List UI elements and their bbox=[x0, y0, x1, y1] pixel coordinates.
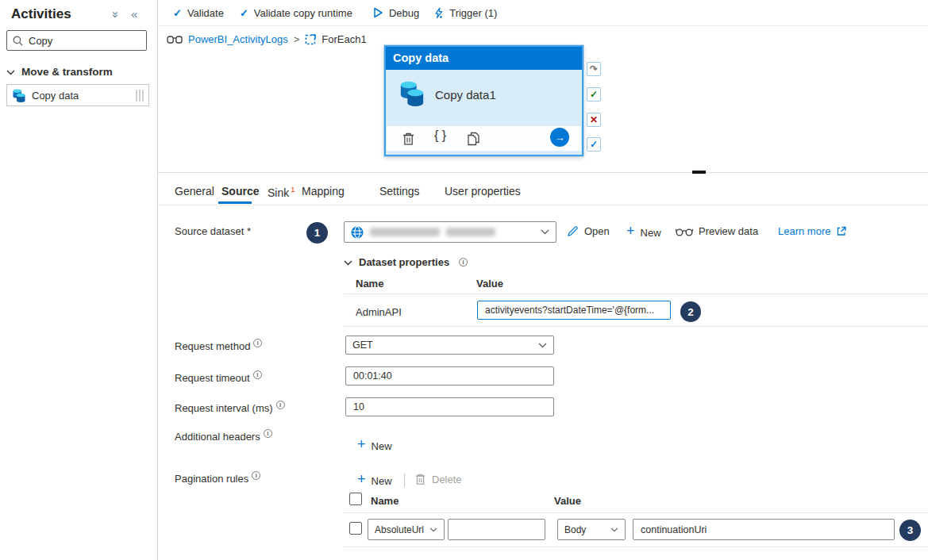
tab-user-properties[interactable]: User properties bbox=[445, 185, 521, 198]
chevron-down-icon bbox=[541, 229, 549, 235]
collapse-all-icon[interactable]: » bbox=[110, 11, 123, 17]
additional-headers-label: Additional headersi bbox=[175, 429, 272, 443]
step-badge-1: 1 bbox=[306, 222, 328, 244]
pencil-icon bbox=[567, 225, 579, 237]
debug-button[interactable]: Debug bbox=[373, 7, 419, 19]
check-icon: ✓ bbox=[173, 7, 182, 19]
chevron-down-icon bbox=[6, 64, 15, 79]
pagination-value-option: Body bbox=[564, 524, 586, 535]
play-icon bbox=[373, 7, 383, 18]
tab-source[interactable]: Source bbox=[221, 185, 259, 198]
dsprop-name-header: Name bbox=[356, 278, 383, 290]
rest-dataset-icon bbox=[351, 226, 364, 239]
request-timeout-label: Request timeouti bbox=[175, 370, 262, 384]
lightning-icon bbox=[433, 7, 444, 19]
source-dataset-dropdown[interactable] bbox=[344, 221, 556, 243]
tab-general[interactable]: General bbox=[175, 185, 214, 198]
code-braces-icon[interactable]: { } bbox=[434, 128, 446, 143]
search-input[interactable]: Copy bbox=[29, 35, 52, 47]
activity-name: Copy data1 bbox=[435, 88, 496, 102]
status-error[interactable]: ✕ bbox=[587, 113, 601, 127]
chevron-down-icon bbox=[429, 527, 437, 532]
request-interval-input[interactable] bbox=[345, 397, 554, 416]
dsprop-row-name: AdminAPI bbox=[356, 306, 402, 318]
pagination-new-button[interactable]: + New bbox=[357, 471, 392, 488]
learn-more-link[interactable]: Learn more bbox=[778, 225, 846, 237]
copy-data-activity-card[interactable]: Copy data Copy data1 { } → bbox=[384, 45, 583, 156]
status-success[interactable]: ✓ bbox=[587, 87, 601, 102]
request-timeout-input[interactable] bbox=[345, 366, 554, 385]
tab-mapping[interactable]: Mapping bbox=[302, 185, 345, 198]
pagination-name-value-input[interactable] bbox=[448, 519, 545, 540]
validate-copy-runtime-label: Validate copy runtime bbox=[254, 7, 352, 19]
request-method-value: GET bbox=[352, 339, 373, 351]
collapse-pane-icon[interactable]: « bbox=[131, 7, 137, 21]
sidebar-item-label: Copy data bbox=[32, 90, 134, 102]
sidebar-item-copy-data[interactable]: Copy data bbox=[6, 84, 149, 106]
pagination-value-dropdown[interactable]: Body bbox=[557, 519, 626, 540]
status-checked[interactable]: ✓ bbox=[587, 137, 601, 152]
chevron-down-icon bbox=[538, 343, 547, 348]
info-icon: i bbox=[253, 339, 262, 347]
open-dataset-button[interactable]: Open bbox=[567, 225, 610, 237]
pipeline-toolbar: ✓ Validate ✓ Validate copy runtime Debug… bbox=[158, 0, 928, 26]
plus-icon: + bbox=[626, 223, 635, 240]
toolbar-separator bbox=[404, 474, 405, 487]
pagination-name-option: AbsoluteUrl bbox=[375, 524, 424, 535]
activity-search-box[interactable]: Copy bbox=[6, 30, 147, 51]
splitter-grip[interactable] bbox=[692, 171, 706, 174]
dataset-properties-header[interactable]: Dataset properties i bbox=[344, 255, 468, 269]
status-redo[interactable]: ↷ bbox=[587, 62, 601, 76]
additional-headers-new-button[interactable]: + New bbox=[357, 436, 392, 453]
validate-button[interactable]: ✓ Validate bbox=[173, 7, 224, 19]
panel-splitter[interactable] bbox=[158, 172, 928, 173]
new-dataset-button[interactable]: + New bbox=[626, 223, 661, 240]
pagination-row-checkbox[interactable] bbox=[349, 522, 362, 535]
section-move-transform[interactable]: Move & transform bbox=[6, 64, 113, 79]
row-divider bbox=[344, 326, 928, 327]
request-method-dropdown[interactable]: GET bbox=[345, 336, 554, 355]
tabs-divider bbox=[158, 205, 928, 205]
pagination-delete-button[interactable]: Delete bbox=[414, 473, 462, 485]
plus-icon: + bbox=[357, 471, 366, 488]
sink-warning-badge: 1 bbox=[291, 185, 295, 194]
debug-label: Debug bbox=[389, 7, 419, 19]
tab-sink[interactable]: Sink1 bbox=[268, 185, 295, 199]
info-icon: i bbox=[253, 370, 262, 379]
delete-activity-icon[interactable] bbox=[402, 132, 415, 146]
pagination-select-all-checkbox[interactable] bbox=[349, 493, 362, 505]
section-label: Move & transform bbox=[21, 66, 113, 78]
step-badge-2: 2 bbox=[680, 301, 701, 322]
pagination-rules-label: Pagination rulesi bbox=[175, 471, 260, 485]
check-icon: ✓ bbox=[240, 7, 248, 19]
tab-settings[interactable]: Settings bbox=[379, 185, 420, 198]
pagination-name-dropdown[interactable]: AbsoluteUrl bbox=[368, 519, 445, 540]
breadcrumb-pipeline-link[interactable]: PowerBI_ActivityLogs bbox=[188, 33, 288, 45]
learn-more-label: Learn more bbox=[778, 225, 830, 237]
chevron-down-icon bbox=[610, 527, 618, 532]
chevron-down-icon bbox=[344, 255, 352, 269]
trigger-button[interactable]: Trigger (1) bbox=[433, 7, 497, 19]
tab-sink-label: Sink bbox=[268, 186, 289, 199]
request-method-label: Request methodi bbox=[175, 339, 262, 352]
drag-handle[interactable] bbox=[134, 90, 144, 102]
pagination-new-label: New bbox=[372, 475, 392, 487]
preview-data-button[interactable]: Preview data bbox=[676, 225, 758, 237]
request-interval-label: Request interval (ms)i bbox=[175, 401, 285, 414]
clone-activity-icon[interactable] bbox=[467, 132, 480, 146]
breadcrumb-separator: > bbox=[294, 33, 300, 45]
open-label: Open bbox=[584, 225, 610, 237]
dsprop-row-value-input[interactable] bbox=[477, 301, 671, 320]
source-dataset-label: Source dataset * bbox=[175, 225, 251, 237]
search-icon bbox=[13, 36, 23, 46]
breadcrumb: PowerBI_ActivityLogs > ForEach1 bbox=[167, 33, 367, 45]
next-step-button[interactable]: → bbox=[550, 128, 569, 147]
validate-copy-runtime-button[interactable]: ✓ Validate copy runtime bbox=[240, 7, 352, 19]
copy-data-icon bbox=[12, 88, 26, 102]
row-divider bbox=[344, 293, 928, 294]
red-cross-icon: ✕ bbox=[590, 114, 598, 125]
card-footer: { } → bbox=[387, 126, 581, 151]
dataset-properties-title: Dataset properties bbox=[359, 256, 449, 268]
pagination-value-value-input[interactable] bbox=[633, 519, 895, 540]
breadcrumb-activity-label[interactable]: ForEach1 bbox=[322, 33, 366, 45]
